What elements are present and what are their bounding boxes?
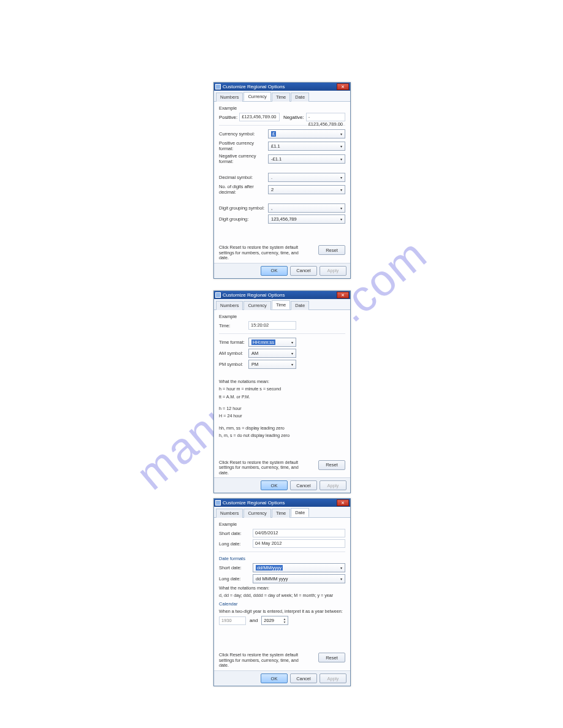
tab-time[interactable]: Time (272, 509, 290, 518)
close-button[interactable]: ✕ (337, 83, 349, 90)
combo-text: £1.1 (271, 143, 280, 149)
app-icon (215, 500, 221, 506)
chevron-down-icon: ▾ (339, 577, 343, 582)
tab-numbers[interactable]: Numbers (216, 93, 243, 102)
combo-text: AM (251, 351, 258, 356)
tab-currency[interactable]: Currency (243, 92, 270, 101)
negative-value: -£123,456,789.00 (306, 113, 345, 121)
tab-numbers[interactable]: Numbers (216, 301, 243, 310)
combo-text: 2 (271, 187, 274, 192)
tab-time[interactable]: Time (272, 93, 290, 102)
date-notations-title: What the notations mean: (219, 585, 345, 591)
positive-value: £123,456,789.00 (239, 113, 280, 121)
apply-button[interactable]: Apply (320, 266, 347, 276)
notation-line: H = 24 hour (219, 413, 345, 419)
reset-button[interactable]: Reset (318, 460, 345, 470)
chevron-down-icon: ▾ (339, 206, 343, 211)
tab-currency[interactable]: Currency (243, 509, 270, 518)
time-value: 15:20:02 (248, 321, 296, 330)
positive-format-combo[interactable]: £1.1 ▾ (268, 142, 345, 151)
cancel-button[interactable]: Cancel (290, 673, 317, 683)
digits-after-combo[interactable]: 2 ▾ (268, 185, 345, 194)
combo-text: 123,456,789 (271, 216, 297, 222)
reset-text: Click Reset to restore the system defaul… (219, 653, 299, 669)
short-date-label: Short date: (219, 531, 253, 536)
notation-line: h, m, s = do not display leading zero (219, 433, 345, 438)
am-symbol-label: AM symbol: (219, 351, 248, 356)
group-symbol-label: Digit grouping symbol: (219, 205, 268, 211)
cancel-button[interactable]: Cancel (290, 266, 317, 276)
ok-button[interactable]: OK (261, 480, 288, 490)
date-notations-text: d, dd = day; ddd, dddd = day of week; M … (219, 593, 345, 598)
decimal-symbol-combo[interactable]: . ▾ (268, 173, 345, 182)
time-format-combo[interactable]: HH:mm:ss ▾ (248, 338, 296, 347)
tab-numbers[interactable]: Numbers (216, 509, 243, 518)
spinner-arrows-icon: ▲▼ (283, 618, 286, 624)
combo-text: dd/MM/yyyy (256, 565, 283, 571)
window-title: Customize Regional Options (223, 500, 285, 506)
combo-text: HH:mm:ss (251, 339, 275, 345)
notation-line: hh, mm, ss = display leading zero (219, 425, 345, 431)
pm-symbol-label: PM symbol: (219, 362, 248, 367)
tab-date[interactable]: Date (291, 508, 309, 517)
tab-date[interactable]: Date (291, 301, 309, 310)
ok-button[interactable]: OK (261, 266, 288, 276)
negative-format-combo[interactable]: -£1.1 ▾ (268, 154, 345, 164)
tab-currency[interactable]: Currency (243, 301, 270, 310)
notation-line: tt = A.M. or P.M. (219, 394, 345, 400)
close-button[interactable]: ✕ (337, 499, 349, 506)
short-fmt-label: Short date: (219, 565, 253, 571)
chevron-down-icon: ▾ (339, 566, 343, 571)
time-label: Time: (219, 323, 248, 328)
combo-text: dd MMMM yyyy (256, 576, 288, 582)
dialog-currency: Customize Regional Options ✕ Numbers Cur… (213, 82, 351, 279)
window-title: Customize Regional Options (223, 292, 285, 298)
long-fmt-combo[interactable]: dd MMMM yyyy ▾ (253, 574, 345, 583)
calendar-text: When a two-digit year is entered, interp… (219, 609, 345, 614)
combo-text: £ (271, 131, 276, 137)
apply-button[interactable]: Apply (320, 480, 347, 490)
window-title: Customize Regional Options (223, 84, 285, 89)
tabstrip: Numbers Currency Time Date (214, 299, 350, 310)
app-icon (215, 292, 221, 298)
chevron-down-icon: ▾ (339, 132, 343, 137)
reset-button[interactable]: Reset (318, 245, 345, 255)
notation-line: h = 12 hour (219, 406, 345, 411)
combo-text: -£1.1 (271, 156, 282, 162)
long-fmt-label: Long date: (219, 576, 253, 582)
tab-time[interactable]: Time (272, 300, 290, 309)
currency-symbol-combo[interactable]: £ ▾ (268, 129, 345, 138)
negative-label: Negative: (283, 115, 304, 120)
chevron-down-icon: ▾ (339, 143, 343, 148)
long-date-label: Long date: (219, 541, 253, 547)
tabstrip: Numbers Currency Time Date (214, 91, 350, 102)
short-fmt-combo[interactable]: dd/MM/yyyy ▾ (253, 563, 345, 572)
apply-button[interactable]: Apply (320, 673, 347, 683)
group-symbol-combo[interactable]: , ▾ (268, 203, 345, 213)
example-label: Example (219, 521, 345, 527)
decimal-symbol-label: Decimal symbol: (219, 175, 268, 180)
pm-symbol-combo[interactable]: PM ▾ (248, 360, 296, 369)
combo-text: . (271, 175, 272, 180)
chevron-down-icon: ▾ (289, 351, 294, 356)
close-button[interactable]: ✕ (337, 292, 349, 298)
positive-label: Positive: (219, 115, 237, 120)
ok-button[interactable]: OK (261, 673, 288, 683)
am-symbol-combo[interactable]: AM ▾ (248, 349, 296, 358)
chevron-down-icon: ▾ (289, 362, 294, 367)
notation-line: h = hour m = minute s = second (219, 386, 345, 392)
reset-button[interactable]: Reset (318, 653, 345, 662)
reset-text: Click Reset to restore the system defaul… (219, 245, 299, 261)
chevron-down-icon: ▾ (339, 217, 343, 222)
calendar-title: Calendar (219, 601, 345, 607)
time-format-label: Time format: (219, 339, 248, 345)
example-label: Example (219, 105, 345, 111)
tab-date[interactable]: Date (291, 93, 309, 102)
tabstrip: Numbers Currency Time Date (214, 507, 350, 518)
year-and: and (250, 618, 258, 623)
grouping-combo[interactable]: 123,456,789 ▾ (268, 214, 345, 224)
year-to-spinner[interactable]: 2029 ▲▼ (261, 616, 288, 625)
short-date-value: 04/05/2012 (253, 529, 345, 537)
chevron-down-icon: ▾ (339, 175, 343, 180)
cancel-button[interactable]: Cancel (290, 480, 317, 490)
